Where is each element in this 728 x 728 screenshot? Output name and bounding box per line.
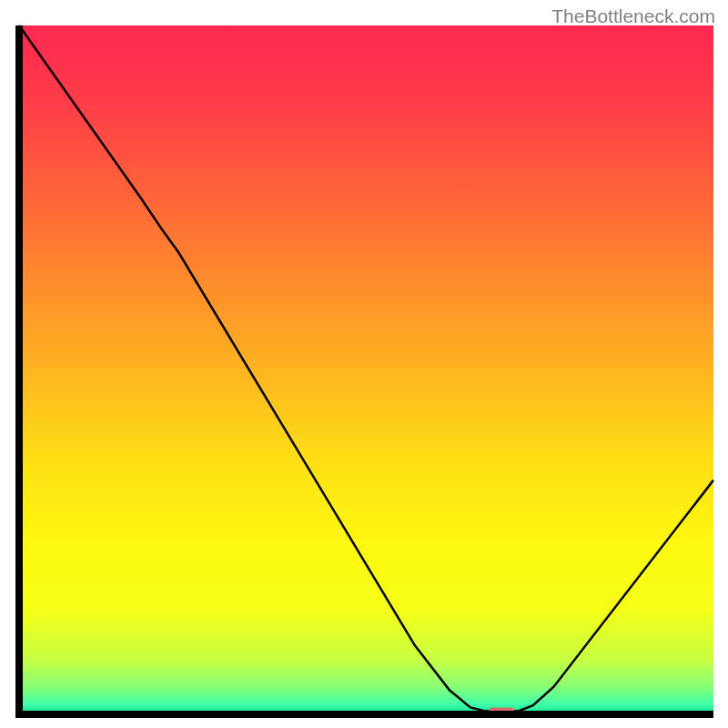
bottleneck-chart: TheBottleneck.com (0, 0, 728, 728)
gradient-background (19, 25, 713, 714)
chart-plot-area (0, 0, 728, 728)
watermark-text: TheBottleneck.com (551, 5, 715, 27)
